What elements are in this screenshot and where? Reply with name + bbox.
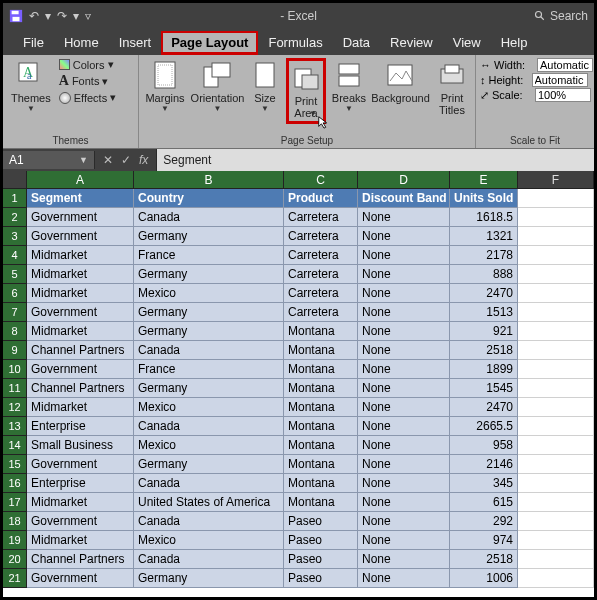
- row-header[interactable]: 13: [3, 417, 27, 436]
- row-header[interactable]: 6: [3, 284, 27, 303]
- header-cell[interactable]: Discount Band: [358, 189, 450, 208]
- cell[interactable]: 1618.5: [450, 208, 518, 227]
- header-cell[interactable]: Product: [284, 189, 358, 208]
- enter-icon[interactable]: ✓: [121, 153, 131, 167]
- row-header[interactable]: 5: [3, 265, 27, 284]
- cell[interactable]: [518, 284, 594, 303]
- cell[interactable]: Midmarket: [27, 246, 134, 265]
- cell[interactable]: None: [358, 493, 450, 512]
- row-header[interactable]: 15: [3, 455, 27, 474]
- tab-view[interactable]: View: [443, 31, 491, 55]
- cell[interactable]: None: [358, 360, 450, 379]
- cell[interactable]: [518, 531, 594, 550]
- cell[interactable]: 1513: [450, 303, 518, 322]
- cell[interactable]: None: [358, 284, 450, 303]
- search-box[interactable]: Search: [534, 9, 588, 23]
- cell[interactable]: Germany: [134, 322, 284, 341]
- cell[interactable]: [518, 265, 594, 284]
- row-header[interactable]: 16: [3, 474, 27, 493]
- fonts-button[interactable]: AFonts▾: [59, 73, 116, 89]
- cell[interactable]: [518, 455, 594, 474]
- cell[interactable]: 2470: [450, 398, 518, 417]
- row-header[interactable]: 7: [3, 303, 27, 322]
- cell[interactable]: [518, 246, 594, 265]
- cell[interactable]: None: [358, 265, 450, 284]
- cell[interactable]: Enterprise: [27, 417, 134, 436]
- header-cell[interactable]: Units Sold: [450, 189, 518, 208]
- cell[interactable]: Montana: [284, 398, 358, 417]
- cell[interactable]: Montana: [284, 360, 358, 379]
- row-header[interactable]: 8: [3, 322, 27, 341]
- cell[interactable]: Canada: [134, 474, 284, 493]
- row-header[interactable]: 19: [3, 531, 27, 550]
- cell[interactable]: Montana: [284, 455, 358, 474]
- cell[interactable]: Montana: [284, 474, 358, 493]
- cell[interactable]: 2146: [450, 455, 518, 474]
- header-cell[interactable]: Segment: [27, 189, 134, 208]
- cell[interactable]: Carretera: [284, 284, 358, 303]
- row-header[interactable]: 21: [3, 569, 27, 588]
- cancel-icon[interactable]: ✕: [103, 153, 113, 167]
- cell[interactable]: None: [358, 379, 450, 398]
- cell[interactable]: Channel Partners: [27, 379, 134, 398]
- cell[interactable]: Carretera: [284, 227, 358, 246]
- column-header-E[interactable]: E: [450, 171, 518, 189]
- cell[interactable]: [518, 189, 594, 208]
- cell[interactable]: Germany: [134, 227, 284, 246]
- cell[interactable]: Small Business: [27, 436, 134, 455]
- cell[interactable]: Montana: [284, 436, 358, 455]
- cell[interactable]: None: [358, 474, 450, 493]
- cell[interactable]: Paseo: [284, 512, 358, 531]
- cell[interactable]: Channel Partners: [27, 550, 134, 569]
- cell[interactable]: Montana: [284, 341, 358, 360]
- cell[interactable]: None: [358, 455, 450, 474]
- cell[interactable]: [518, 436, 594, 455]
- tab-formulas[interactable]: Formulas: [258, 31, 332, 55]
- qat-customize-icon[interactable]: ▿: [85, 9, 91, 23]
- cell[interactable]: None: [358, 531, 450, 550]
- cell[interactable]: Mexico: [134, 284, 284, 303]
- cell[interactable]: 1899: [450, 360, 518, 379]
- column-header-C[interactable]: C: [284, 171, 358, 189]
- background-button[interactable]: Background: [372, 58, 429, 106]
- cell[interactable]: 921: [450, 322, 518, 341]
- undo-dropdown-icon[interactable]: ▾: [45, 9, 51, 23]
- row-header[interactable]: 2: [3, 208, 27, 227]
- cell[interactable]: Carretera: [284, 246, 358, 265]
- cell[interactable]: Germany: [134, 265, 284, 284]
- cell[interactable]: [518, 360, 594, 379]
- cell[interactable]: Mexico: [134, 531, 284, 550]
- cell[interactable]: Paseo: [284, 569, 358, 588]
- cell[interactable]: 615: [450, 493, 518, 512]
- cell[interactable]: Government: [27, 455, 134, 474]
- column-header-A[interactable]: A: [27, 171, 134, 189]
- cell[interactable]: Mexico: [134, 398, 284, 417]
- tab-page-layout[interactable]: Page Layout: [161, 31, 258, 55]
- row-header[interactable]: 10: [3, 360, 27, 379]
- tab-help[interactable]: Help: [491, 31, 538, 55]
- cell[interactable]: 292: [450, 512, 518, 531]
- cell[interactable]: Montana: [284, 417, 358, 436]
- cell[interactable]: 1321: [450, 227, 518, 246]
- cell[interactable]: Germany: [134, 379, 284, 398]
- column-header-B[interactable]: B: [134, 171, 284, 189]
- cell[interactable]: 2470: [450, 284, 518, 303]
- column-header-D[interactable]: D: [358, 171, 450, 189]
- cell[interactable]: Canada: [134, 417, 284, 436]
- cell[interactable]: [518, 474, 594, 493]
- cell[interactable]: [518, 322, 594, 341]
- margins-button[interactable]: Margins▼: [143, 58, 187, 114]
- cell[interactable]: None: [358, 303, 450, 322]
- tab-home[interactable]: Home: [54, 31, 109, 55]
- cell[interactable]: 2518: [450, 341, 518, 360]
- cell[interactable]: Germany: [134, 455, 284, 474]
- cell[interactable]: None: [358, 227, 450, 246]
- cell[interactable]: [518, 550, 594, 569]
- cell[interactable]: Government: [27, 208, 134, 227]
- name-box[interactable]: A1 ▼: [3, 151, 95, 169]
- cell[interactable]: [518, 379, 594, 398]
- cell[interactable]: Canada: [134, 512, 284, 531]
- cell[interactable]: Carretera: [284, 208, 358, 227]
- cell[interactable]: Midmarket: [27, 265, 134, 284]
- cell[interactable]: Germany: [134, 569, 284, 588]
